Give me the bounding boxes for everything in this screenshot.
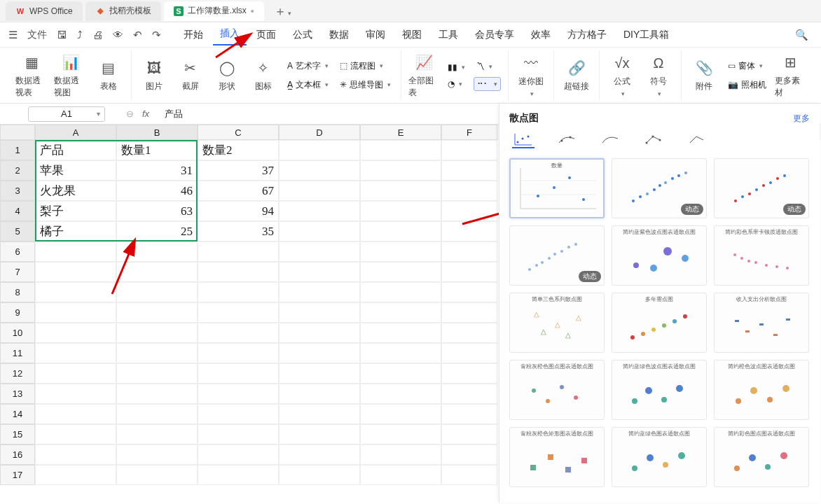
cell[interactable] [360,302,441,323]
cell[interactable] [441,160,497,181]
more-material-button[interactable]: ⊞更多素材 [775,52,806,99]
scatter-thumb[interactable]: 简约橙色波点图表通散点图 [714,360,809,420]
cell[interactable] [198,323,279,343]
cell[interactable] [279,262,360,282]
cell[interactable] [441,363,497,384]
cell[interactable] [35,424,116,444]
cell[interactable] [441,181,497,201]
cell[interactable] [279,140,360,160]
shapes-button[interactable]: ◯形状 [212,58,242,92]
cell[interactable] [116,424,198,444]
cell[interactable] [441,201,497,221]
title-tab-workbook[interactable]: S 工作簿数量.xlsx • [164,1,264,21]
all-charts-button[interactable]: 📈全部图表 [408,52,439,99]
cell[interactable] [35,384,116,404]
scatter-thumb[interactable]: 动态 [612,158,707,218]
scatter-thumb[interactable]: 青粉灰橙色图点图表通散点图 [509,360,605,420]
scatter-curve-icon[interactable] [599,132,621,148]
cell[interactable] [360,282,441,302]
cell[interactable] [35,323,116,343]
row-header[interactable]: 11 [0,343,35,363]
scatter-smooth-icon[interactable] [556,132,578,148]
preview-icon[interactable]: 👁 [113,29,123,41]
cell[interactable] [360,465,441,485]
formula-value[interactable]: 产品 [165,108,183,120]
scatter-thumb[interactable]: 简单三色系列散点图△△△△△ [509,293,605,353]
pivot-chart-button[interactable]: 📊数据透视图 [54,52,87,99]
wordart-button[interactable]: A艺术字▾ [284,59,331,74]
cell[interactable] [116,241,198,262]
scatter-chart-button[interactable]: ⠒⠂▾ [474,77,501,91]
cell[interactable] [279,241,360,262]
cell[interactable] [360,241,441,262]
cell[interactable] [35,444,116,465]
scatter-thumb[interactable]: 简约彩色图点图表通散点图 [714,427,809,487]
cell[interactable] [360,160,441,181]
name-box[interactable]: A1 ▾ [28,106,105,122]
row-header[interactable]: 10 [0,323,35,343]
search-icon[interactable]: 🔍 [795,29,808,41]
cell[interactable]: 数量2 [198,140,279,160]
cell[interactable] [360,384,441,404]
cancel-icon[interactable]: ⊖ [126,108,134,119]
cell[interactable] [35,343,116,363]
sparkline-button[interactable]: 〰迷你图▾ [516,53,546,97]
scatter-thumb[interactable]: 简约蓝紫色波点图表通散点图 [612,225,707,286]
menu-tools[interactable]: 工具 [432,26,465,44]
row-header[interactable]: 14 [0,404,35,424]
menu-member[interactable]: 会员专享 [468,26,521,44]
row-header[interactable]: 5 [0,221,35,241]
cell[interactable]: 产品 [35,140,116,160]
cell[interactable] [360,323,441,343]
cell[interactable] [279,323,360,343]
scatter-line-marker-icon[interactable] [642,132,665,148]
cell[interactable]: 63 [116,201,198,221]
fx-icon[interactable]: fx [142,108,149,119]
menu-diy[interactable]: DIY工具箱 [616,26,676,44]
cell[interactable] [35,465,116,485]
picture-button[interactable]: 🖼图片 [139,58,170,92]
cell[interactable] [198,424,279,444]
cell[interactable] [279,424,360,444]
cell[interactable] [116,384,198,404]
cell[interactable] [441,424,497,444]
cell[interactable] [35,363,116,384]
cell[interactable] [360,424,441,444]
cell[interactable] [441,140,497,160]
title-tab-wps[interactable]: W WPS Office [6,1,83,21]
row-header[interactable]: 15 [0,424,35,444]
cell[interactable]: 火龙果 [35,181,116,201]
cell[interactable] [360,343,441,363]
cell[interactable] [441,221,497,241]
menu-view[interactable]: 视图 [395,26,429,44]
row-header[interactable]: 16 [0,444,35,465]
cell[interactable] [360,363,441,384]
cell[interactable] [279,404,360,424]
cell[interactable] [360,262,441,282]
col-header-F[interactable]: F [441,125,497,140]
cell[interactable] [279,343,360,363]
scatter-thumb[interactable]: 收入支出分析散点图 [714,293,809,353]
cell[interactable] [116,282,198,302]
cell[interactable] [116,262,198,282]
col-header-E[interactable]: E [360,125,441,140]
cell[interactable] [279,302,360,323]
cell[interactable] [441,465,497,485]
row-header[interactable]: 13 [0,384,35,404]
cell[interactable] [279,282,360,302]
cell[interactable] [441,282,497,302]
cell[interactable] [198,404,279,424]
pivot-table-button[interactable]: ▦数据透视表 [15,52,48,99]
cell[interactable] [279,465,360,485]
cell[interactable] [441,302,497,323]
export-icon[interactable]: ⤴ [77,29,83,41]
cell[interactable] [116,444,198,465]
screenshot-button[interactable]: ✂截屏 [175,58,206,92]
cell[interactable] [116,465,198,485]
file-label[interactable]: 文件 [27,29,47,41]
cell[interactable] [198,465,279,485]
cell[interactable] [198,444,279,465]
select-all-corner[interactable] [0,125,35,140]
cell[interactable] [360,140,441,160]
hamburger-icon[interactable]: ☰ [8,29,18,41]
